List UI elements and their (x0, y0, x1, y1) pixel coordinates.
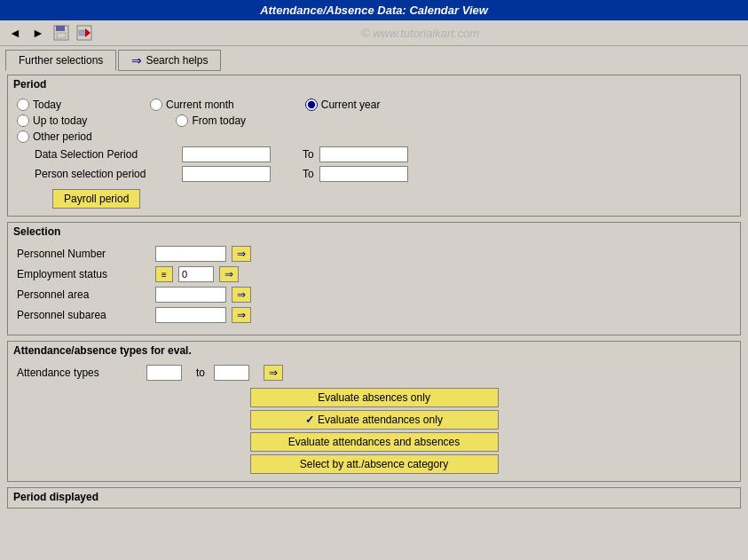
window-title: Attendance/Absence Data: Calendar View (260, 4, 488, 17)
toolbar: ◄ ► © www.tutorialkart.com (0, 20, 748, 46)
personnel-area-input[interactable] (155, 287, 226, 303)
personnel-area-row: Personnel area ⇒ (17, 287, 731, 303)
personnel-number-arrow-btn[interactable]: ⇒ (232, 246, 251, 262)
radio-current-month-input[interactable] (150, 99, 162, 111)
title-bar: Attendance/Absence Data: Calendar View (0, 0, 748, 20)
personnel-number-row: Personnel Number ⇒ (17, 246, 731, 262)
radio-other-period-label: Other period (33, 130, 92, 143)
evaluate-attendances-only-label: Evaluate attendances only (318, 414, 443, 426)
radio-from-today-input[interactable] (176, 114, 188, 127)
radio-today[interactable]: Today (17, 99, 61, 111)
personnel-number-input[interactable] (155, 246, 226, 262)
person-selection-to-label: To (303, 168, 314, 180)
selection-section-title: Selection (8, 223, 740, 241)
attendance-types-from-input[interactable] (146, 365, 182, 381)
employment-status-icon[interactable]: ≡ (155, 266, 173, 282)
personnel-subarea-row: Personnel subarea ⇒ (17, 307, 731, 323)
personnel-subarea-arrow-btn[interactable]: ⇒ (232, 307, 251, 323)
data-selection-from-input[interactable] (182, 146, 271, 162)
attendance-to-label: to (196, 367, 205, 379)
radio-other-period-input[interactable] (17, 130, 29, 143)
radio-up-to-today[interactable]: Up to today (17, 114, 87, 127)
radio-current-year-label: Current year (321, 99, 381, 111)
personnel-area-label: Personnel area (17, 288, 150, 301)
tab-search-helps[interactable]: ⇒ Search helps (118, 50, 221, 71)
period-displayed-title: Period displayed (13, 491, 98, 503)
attendance-section: Attendance/absence types for eval. Atten… (7, 341, 741, 482)
select-by-att-absence-category-label: Select by att./absence category (300, 458, 448, 470)
tab-search-helps-arrow: ⇒ (131, 53, 142, 67)
svg-rect-2 (57, 33, 66, 38)
evaluate-attendances-and-absences-button[interactable]: Evaluate attendances and absences (250, 432, 499, 452)
watermark: © www.tutorialkart.com (98, 27, 743, 40)
period-section: Period Today Current month Current year (7, 75, 741, 217)
data-selection-to-label: To (303, 148, 314, 161)
person-selection-from-input[interactable] (182, 166, 271, 182)
period-section-title: Period (8, 75, 740, 93)
selection-section: Selection Personnel Number ⇒ Employment … (7, 222, 741, 335)
forward-icon[interactable]: ► (28, 23, 48, 43)
period-displayed-section: Period displayed (7, 487, 741, 509)
evaluate-attendances-only-button[interactable]: ✓ Evaluate attendances only (250, 410, 499, 430)
radio-today-input[interactable] (17, 99, 29, 111)
period-row-3: Other period (17, 130, 731, 143)
personnel-subarea-input[interactable] (155, 307, 226, 323)
radio-current-year[interactable]: Current year (305, 99, 381, 111)
employment-status-arrow-btn[interactable]: ⇒ (219, 266, 239, 282)
attendance-types-row: Attendance types to ⇒ (17, 365, 731, 381)
data-selection-label: Data Selection Period (35, 148, 177, 161)
attendance-section-content: Attendance types to ⇒ Evaluate absences … (8, 359, 740, 481)
radio-other-period[interactable]: Other period (17, 130, 92, 143)
employment-status-label: Employment status (17, 268, 150, 280)
data-selection-to-input[interactable] (319, 146, 408, 162)
person-selection-label: Person selection period (35, 168, 177, 180)
attendance-types-arrow-btn[interactable]: ⇒ (264, 365, 283, 381)
radio-today-label: Today (33, 99, 61, 111)
tab-further-selections[interactable]: Further selections (5, 50, 116, 71)
period-section-content: Today Current month Current year (8, 93, 740, 216)
attendance-types-to-input[interactable] (214, 365, 249, 381)
radio-up-to-today-input[interactable] (17, 114, 29, 127)
employment-status-row: Employment status ≡ ⇒ (17, 266, 731, 282)
personnel-subarea-label: Personnel subarea (17, 309, 150, 321)
radio-from-today[interactable]: From today (176, 114, 246, 127)
select-by-att-absence-category-button[interactable]: Select by att./absence category (250, 454, 499, 474)
tab-search-helps-label: Search helps (146, 54, 208, 67)
main-content: Period Today Current month Current year (0, 71, 748, 516)
tab-bar: Further selections ⇒ Search helps (0, 46, 748, 71)
evaluate-absences-only-label: Evaluate absences only (318, 391, 430, 404)
data-selection-row: Data Selection Period To (17, 146, 731, 162)
evaluate-absences-only-button[interactable]: Evaluate absences only (250, 388, 499, 407)
main-window: Attendance/Absence Data: Calendar View ◄… (0, 0, 748, 560)
employment-status-input[interactable] (178, 266, 214, 282)
eval-buttons-container: Evaluate absences only ✓ Evaluate attend… (17, 388, 731, 474)
exit-icon[interactable] (75, 23, 94, 43)
evaluate-attendances-only-checkmark: ✓ (305, 414, 314, 426)
attendance-section-title: Attendance/absence types for eval. (8, 342, 740, 359)
svg-rect-1 (56, 26, 65, 31)
personnel-area-arrow-btn[interactable]: ⇒ (232, 287, 251, 303)
back-icon[interactable]: ◄ (5, 23, 25, 43)
save-icon[interactable] (51, 23, 71, 43)
person-selection-row: Person selection period To (17, 166, 731, 182)
tab-further-selections-label: Further selections (19, 54, 103, 67)
attendance-types-label: Attendance types (17, 367, 141, 379)
selection-section-content: Personnel Number ⇒ Employment status ≡ ⇒… (8, 241, 740, 335)
radio-current-month-label: Current month (166, 99, 234, 111)
radio-current-year-input[interactable] (305, 99, 318, 111)
svg-rect-4 (79, 30, 86, 35)
period-row-2: Up to today From today (17, 114, 731, 127)
radio-from-today-label: From today (192, 114, 246, 127)
radio-current-month[interactable]: Current month (150, 99, 234, 111)
payroll-btn-container: Payroll period (17, 185, 731, 209)
payroll-period-button[interactable]: Payroll period (52, 189, 140, 209)
evaluate-attendances-and-absences-label: Evaluate attendances and absences (288, 436, 460, 448)
radio-up-to-today-label: Up to today (33, 114, 87, 127)
personnel-number-label: Personnel Number (17, 248, 150, 260)
person-selection-to-input[interactable] (319, 166, 408, 182)
period-row-1: Today Current month Current year (17, 99, 731, 111)
